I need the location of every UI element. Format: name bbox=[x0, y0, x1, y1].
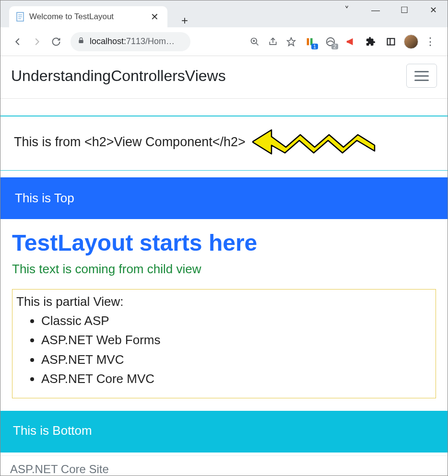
section-top: This is Top bbox=[0, 177, 448, 219]
svg-marker-15 bbox=[252, 130, 375, 154]
extension-2-badge: 2 bbox=[331, 44, 338, 49]
svg-rect-4 bbox=[79, 40, 83, 43]
avatar-icon bbox=[404, 35, 418, 49]
extension-1-icon[interactable]: 1 bbox=[301, 32, 320, 51]
window-controls: ˅ — ☐ ✕ bbox=[332, 0, 448, 20]
extension-megaphone-icon[interactable] bbox=[341, 32, 360, 51]
sidepanel-icon[interactable] bbox=[381, 32, 401, 51]
list-item: ASP.NET MVC bbox=[41, 350, 432, 369]
url-host: localhost: bbox=[90, 36, 126, 46]
new-tab-button[interactable]: + bbox=[175, 14, 194, 27]
zigzag-arrow-icon bbox=[252, 128, 377, 156]
browser-toolbar: localhost:7113/Hom… 1 2 ⋮ bbox=[0, 27, 448, 56]
toolbar-right: 1 2 ⋮ bbox=[246, 32, 439, 51]
back-button[interactable] bbox=[9, 33, 26, 50]
list-item: ASP.NET Core MVC bbox=[41, 369, 432, 388]
navbar-toggle-button[interactable] bbox=[406, 64, 437, 88]
spacer bbox=[0, 99, 448, 116]
url-path: 7113/Hom… bbox=[126, 36, 175, 46]
reload-button[interactable] bbox=[47, 33, 65, 50]
share-icon[interactable] bbox=[264, 33, 282, 50]
hamburger-icon bbox=[414, 71, 429, 81]
window-close-button[interactable]: ✕ bbox=[419, 0, 448, 20]
main-section: TestLayout starts here This text is comi… bbox=[0, 219, 448, 411]
tab-title: Welcome to TestLayout bbox=[29, 12, 149, 22]
page-heading: TestLayout starts here bbox=[12, 230, 436, 256]
tab-close-button[interactable]: ✕ bbox=[149, 11, 161, 23]
svg-marker-9 bbox=[287, 37, 295, 46]
site-navbar: UnderstandingControllersViews bbox=[0, 56, 448, 99]
window-titlebar: Welcome to TestLayout ✕ + ˅ — ☐ ✕ bbox=[0, 0, 448, 27]
svg-line-6 bbox=[256, 43, 259, 45]
extension-1-badge: 1 bbox=[311, 44, 318, 49]
extension-2-icon[interactable]: 2 bbox=[321, 32, 340, 51]
extensions-puzzle-icon[interactable] bbox=[361, 32, 380, 51]
section-top-text: This is Top bbox=[15, 191, 74, 205]
section-bottom-text: This is Bottom bbox=[13, 423, 92, 438]
list-item: Classic ASP bbox=[41, 311, 432, 330]
svg-rect-13 bbox=[388, 38, 395, 45]
lock-icon bbox=[77, 36, 85, 46]
zoom-icon[interactable] bbox=[246, 33, 263, 50]
list-item: ASP.NET Web Forms bbox=[41, 330, 432, 349]
site-footer: ASP.NET Core Site bbox=[0, 455, 448, 476]
partial-view-box: This is partial View: Classic ASP ASP.NE… bbox=[12, 289, 436, 398]
window-maximize-button[interactable]: ☐ bbox=[390, 0, 419, 20]
footer-label: ASP.NET Core Site bbox=[10, 463, 109, 476]
browser-tab-active[interactable]: Welcome to TestLayout ✕ bbox=[9, 6, 167, 27]
view-component-text: This is from <h2>View Component</h2> bbox=[14, 135, 246, 150]
partial-view-list: Classic ASP ASP.NET Web Forms ASP.NET MV… bbox=[16, 311, 432, 388]
profile-avatar[interactable] bbox=[401, 32, 421, 51]
tab-favicon-icon bbox=[16, 12, 24, 22]
tab-strip: Welcome to TestLayout ✕ + bbox=[0, 0, 194, 27]
window-dropdown-button[interactable]: ˅ bbox=[332, 0, 361, 20]
address-bar[interactable]: localhost:7113/Hom… bbox=[71, 32, 190, 51]
site-brand[interactable]: UnderstandingControllersViews bbox=[11, 67, 226, 85]
svg-rect-10 bbox=[307, 38, 309, 45]
partial-view-label: This is partial View: bbox=[16, 294, 124, 309]
window-minimize-button[interactable]: — bbox=[361, 0, 390, 20]
browser-menu-button[interactable]: ⋮ bbox=[422, 33, 439, 50]
bookmark-star-icon[interactable] bbox=[283, 33, 300, 50]
page-content: UnderstandingControllersViews This is fr… bbox=[0, 56, 448, 476]
section-bottom: This is Bottom bbox=[0, 411, 448, 453]
child-view-text: This text is coming from child view bbox=[12, 262, 436, 277]
forward-button[interactable] bbox=[28, 33, 46, 50]
view-component-row: This is from <h2>View Component</h2> bbox=[0, 116, 448, 171]
